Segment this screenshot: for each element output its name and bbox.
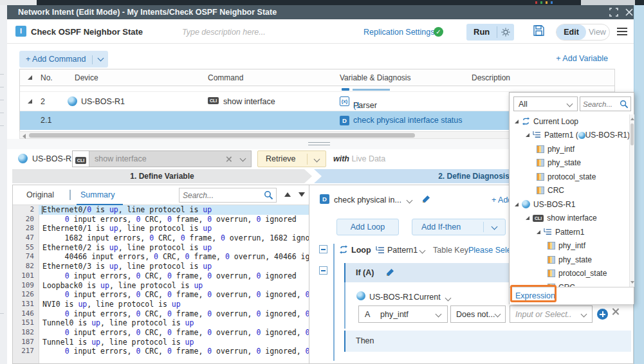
add-command-chevron-icon[interactable] (93, 55, 108, 64)
line-number: 55 (13, 243, 39, 253)
tree-item-pattern1[interactable]: Pattern1 (510, 225, 629, 239)
tree-item-us-bos-r1[interactable]: US-BOS-R1 (510, 197, 629, 212)
tree-item-label: phy_state (547, 158, 581, 167)
chevron-down-icon[interactable] (445, 295, 452, 302)
tree-item-current-loop[interactable]: Current Loop (510, 114, 629, 129)
find-previous-icon[interactable] (284, 192, 291, 197)
add-if-then-chevron-icon[interactable] (492, 224, 498, 230)
code-line[interactable]: 2Ethernet0/0 is up, line protocol is up (13, 205, 309, 215)
add-loop-button[interactable]: Add Loop (336, 219, 399, 235)
edit-pencil-icon[interactable] (421, 194, 431, 204)
expression-link[interactable]: Expression (515, 291, 555, 300)
tree-item-phy-state[interactable]: phy_state (510, 253, 629, 267)
chevron-down-icon[interactable] (407, 197, 413, 204)
loop-scope-line (333, 244, 335, 361)
expand-collapse-icon[interactable] (515, 120, 519, 123)
tree-item-protocol-state[interactable]: protocol_state (510, 170, 629, 184)
code-line[interactable]: 47 1682 input errors, 0 CRC, 0 frame, 0 … (13, 233, 309, 243)
row-expand-icon[interactable] (28, 99, 32, 104)
parser-icon: {x} (340, 96, 349, 106)
add-command-button[interactable]: + Add Command (19, 51, 108, 68)
tree-item-show-interface[interactable]: CLIshow interface (510, 212, 629, 226)
condition-variable-select[interactable]: phy_intf (375, 305, 448, 323)
search-icon[interactable] (264, 190, 273, 200)
tab-summary[interactable]: Summary (80, 190, 115, 199)
collapse-loop-icon[interactable] (319, 245, 327, 253)
close-icon[interactable] (625, 8, 634, 17)
tab-original[interactable]: Original (26, 190, 54, 199)
save-icon[interactable] (533, 24, 545, 37)
add-condition-icon[interactable] (597, 309, 608, 320)
line-text: 0 input errors, 0 CRC, 0 frame, 0 overru… (39, 271, 309, 281)
expand-collapse-icon[interactable] (526, 133, 529, 137)
tree-item-crc[interactable]: CRC (510, 184, 629, 198)
tree-item-protocol-state[interactable]: protocol_state (510, 267, 629, 281)
code-line[interactable]: 126 0 input errors, 0 CRC, 0 frame, 0 ov… (13, 290, 309, 300)
tree-item-label: phy_intf (558, 241, 585, 250)
device-scope-select[interactable]: Current (414, 293, 441, 302)
window-title: Network Intent (Edit Mode) - My Intents/… (18, 5, 277, 19)
maximize-icon[interactable] (609, 8, 618, 17)
search-icon[interactable] (620, 100, 629, 109)
condition-value-select[interactable]: Input or Select.. (510, 305, 593, 323)
view-toggle[interactable]: View (589, 24, 606, 40)
code-line[interactable]: 217 0 input errors, 0 CRC, 0 frame, 0 ov… (13, 347, 309, 356)
code-line[interactable]: 146 0 input errors, 0 CRC, 0 frame, 0 ov… (13, 309, 309, 319)
command-select[interactable]: CLI show interface (72, 150, 252, 167)
search-input[interactable] (583, 98, 616, 109)
command-output-view[interactable]: 2Ethernet0/0 is up, line protocol is up2… (13, 205, 309, 363)
tree-scrollbar[interactable] (629, 114, 634, 287)
tree-item-phy-intf[interactable]: phy_intf (510, 142, 629, 156)
chevron-down-icon[interactable] (240, 156, 246, 162)
add-variable-link[interactable]: + Add Variable (556, 54, 608, 63)
line-text: Ethernet0/2 is up, line protocol is up (39, 243, 309, 253)
tree-filter-select[interactable]: All (513, 96, 578, 111)
intent-name: Check OSPF Neighbor State (31, 27, 143, 37)
code-line[interactable]: 28Ethernet0/1 is up, line protocol is up (13, 224, 309, 233)
retrieve-chevron-icon[interactable] (314, 156, 320, 163)
replication-settings-link[interactable]: Replication Settings (363, 28, 434, 37)
scroll-left-icon (23, 134, 26, 139)
code-line[interactable]: 55Ethernet0/2 is up, line protocol is up (13, 243, 309, 253)
loop-pattern-select[interactable]: Pattern1 (387, 246, 418, 255)
description-input[interactable]: Type description here... (182, 28, 266, 37)
add-if-then-button[interactable]: Add If-then (412, 219, 506, 235)
tree-item-phy-intf[interactable]: phy_intf (510, 239, 629, 253)
code-line[interactable]: 82Ethernet0/3 is up, line protocol is up (13, 262, 309, 271)
remove-condition-icon[interactable] (611, 307, 620, 316)
expand-collapse-icon[interactable] (537, 230, 540, 234)
tree-item-crc[interactable]: CRC (510, 280, 629, 287)
code-line[interactable]: 131NVI0 is up, line protocol is up (13, 300, 309, 309)
code-line[interactable]: 74 40466 input errors, 0 CRC, 0 frame, 0… (13, 252, 309, 262)
edit-toggle[interactable]: Edit (557, 24, 586, 40)
collapse-all-icon[interactable] (28, 75, 32, 80)
tree-item-pattern1[interactable]: Pattern1 (US-BOS-R1) (510, 129, 629, 143)
search-input[interactable] (183, 190, 259, 201)
menu-icon[interactable] (617, 28, 627, 35)
run-settings-gear-icon[interactable] (501, 27, 511, 37)
retrieve-button[interactable]: Retrieve (257, 150, 326, 167)
then-block: Then (344, 331, 631, 352)
expand-collapse-icon[interactable] (515, 203, 519, 206)
clear-command-icon[interactable] (225, 156, 232, 162)
run-button[interactable]: Run (474, 27, 490, 37)
diagnosis-select[interactable]: check physical in... (334, 196, 401, 205)
line-text: NVI0 is up, line protocol is up (39, 300, 309, 309)
collapse-if-icon[interactable] (319, 266, 327, 275)
edit-pencil-icon[interactable] (385, 268, 395, 277)
code-line[interactable]: 182 0 input errors, 0 CRC, 0 frame, 0 ov… (13, 328, 309, 338)
condition-operator-select[interactable]: Does not... (450, 305, 506, 323)
code-line[interactable]: 109Loopback0 is up, line protocol is up (13, 281, 309, 291)
tree-item-phy-state[interactable]: phy_state (510, 156, 629, 170)
code-line[interactable]: 20 0 input errors, 0 CRC, 0 frame, 0 ove… (13, 215, 309, 224)
chevron-down-icon[interactable] (419, 248, 426, 254)
find-next-icon[interactable] (299, 192, 305, 197)
loop-icon (339, 245, 348, 254)
device-icon (18, 154, 28, 163)
code-line[interactable]: 101 0 input errors, 0 CRC, 0 frame, 0 ov… (13, 271, 309, 281)
code-line[interactable]: 187Tunnel1 is up, line protocol is up (13, 338, 309, 347)
run-button-group: Run (466, 24, 514, 41)
expand-collapse-icon[interactable] (526, 216, 529, 220)
code-line[interactable]: 151Tunnel0 is up, line protocol is up (13, 318, 309, 328)
tree-item-label: Pattern1 (555, 228, 584, 237)
